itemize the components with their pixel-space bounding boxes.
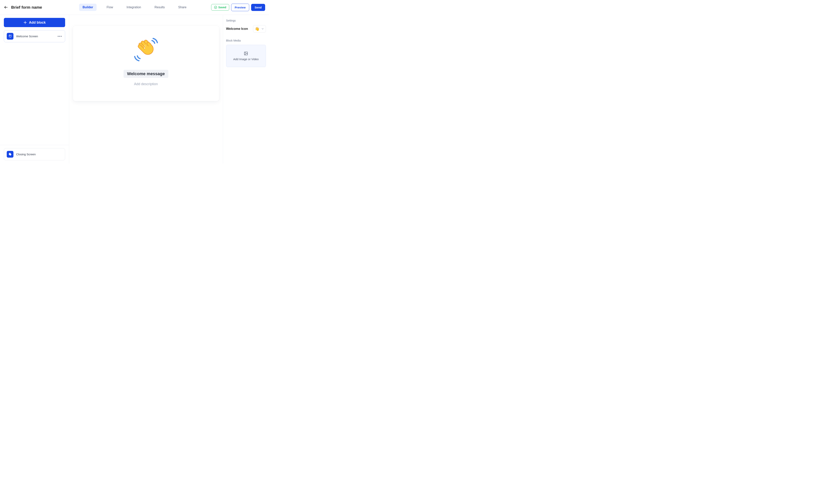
block-media-label: Block Media: [226, 39, 266, 42]
arrow-left-icon: [4, 5, 8, 9]
header-left: Brief form name: [4, 5, 42, 10]
welcome-icon-select[interactable]: 👋: [253, 25, 266, 32]
settings-title: Settings: [226, 19, 266, 22]
main-area: Add block Welcome Screen ••• Closing Scr…: [0, 15, 269, 163]
wave-hand-icon: [133, 37, 159, 62]
closing-block-label: Closing Screen: [16, 153, 36, 156]
header-tabs: Builder Flow Integration Results Share: [79, 4, 190, 11]
wave-filled-icon: [8, 152, 12, 156]
welcome-icon-row: Welcome Icon 👋: [226, 25, 266, 32]
preview-button[interactable]: Preview: [231, 4, 249, 11]
builder-canvas: Welcome message Add description: [69, 15, 223, 163]
welcome-hero-icon: [133, 37, 159, 62]
form-title[interactable]: Brief form name: [11, 5, 42, 10]
back-button[interactable]: [4, 5, 8, 9]
plus-icon: [23, 21, 27, 24]
chevron-down-icon: [261, 27, 264, 30]
send-button[interactable]: Send: [251, 4, 265, 11]
header-right: Saved Preview Send: [211, 4, 265, 11]
welcome-description-input[interactable]: Add description: [134, 82, 158, 86]
block-item-closing[interactable]: Closing Screen: [4, 148, 65, 160]
welcome-block-icon: [7, 33, 13, 40]
image-icon: [244, 51, 248, 56]
svg-point-1: [215, 6, 217, 8]
tab-builder[interactable]: Builder: [79, 4, 97, 11]
tab-share[interactable]: Share: [175, 4, 190, 11]
svg-point-5: [245, 53, 246, 53]
blocks-sidebar: Add block Welcome Screen ••• Closing Scr…: [0, 15, 69, 163]
add-block-button[interactable]: Add block: [4, 18, 65, 27]
welcome-card[interactable]: Welcome message Add description: [73, 26, 219, 101]
check-circle-icon: [214, 6, 217, 9]
app-header: Brief form name Builder Flow Integration…: [0, 0, 269, 15]
block-item-menu[interactable]: •••: [58, 34, 62, 38]
block-item-label: Welcome Screen: [16, 35, 38, 38]
sidebar-bottom: Closing Screen: [0, 145, 69, 160]
tab-flow[interactable]: Flow: [103, 4, 117, 11]
media-dropzone[interactable]: Add Image or Video: [226, 45, 266, 67]
saved-label: Saved: [218, 6, 226, 9]
welcome-message-input[interactable]: Welcome message: [124, 70, 168, 78]
media-drop-label: Add Image or Video: [233, 58, 259, 61]
settings-panel: Settings Welcome Icon 👋 Block Media Add …: [223, 15, 269, 163]
closing-block-icon: [7, 151, 13, 158]
block-item-welcome[interactable]: Welcome Screen •••: [4, 30, 65, 42]
saved-badge: Saved: [211, 4, 229, 10]
add-block-label: Add block: [29, 21, 46, 25]
welcome-icon-label: Welcome Icon: [226, 27, 248, 31]
wave-hand-small-icon: 👋: [255, 27, 260, 31]
tab-results[interactable]: Results: [151, 4, 168, 11]
wave-outline-icon: [8, 34, 12, 38]
tab-integration[interactable]: Integration: [123, 4, 145, 11]
